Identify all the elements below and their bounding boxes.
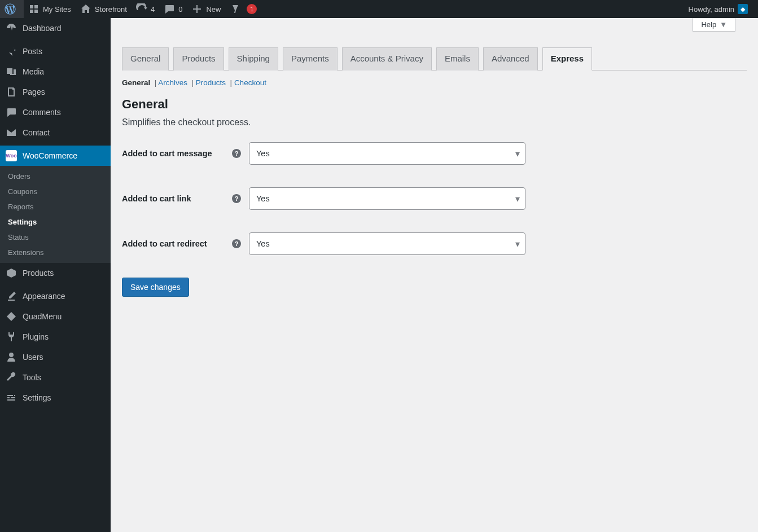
menu-woocommerce-label: WooCommerce — [23, 151, 77, 160]
menu-media-label: Media — [23, 67, 44, 76]
help-icon[interactable]: ? — [232, 149, 241, 158]
updates-count: 4 — [151, 5, 155, 14]
pushpin-icon — [6, 46, 17, 57]
field-label: Added to cart redirect — [122, 239, 207, 248]
menu-posts[interactable]: Posts — [0, 41, 111, 61]
help-icon[interactable]: ? — [232, 194, 241, 203]
help-toggle[interactable]: Help ▼ — [693, 18, 735, 32]
new-content-link[interactable]: New — [187, 0, 225, 18]
menu-dashboard-label: Dashboard — [23, 24, 62, 33]
comment-icon — [164, 3, 175, 15]
woocommerce-icon: Woo — [6, 150, 17, 161]
main-content: Help ▼ General Products Shipping Payment… — [111, 18, 758, 308]
comments-count: 0 — [178, 5, 182, 14]
account-link[interactable]: Howdy, admin ◆ — [684, 0, 752, 18]
added-link-select[interactable]: Yes — [249, 187, 525, 210]
avatar-icon: ◆ — [738, 4, 748, 14]
tab-emails[interactable]: Emails — [436, 47, 479, 71]
menu-appearance[interactable]: Appearance — [0, 286, 111, 306]
submenu-woocommerce: Orders Coupons Reports Settings Status E… — [0, 166, 111, 263]
menu-quadmenu[interactable]: QuadMenu — [0, 306, 111, 308]
subnav-general[interactable]: General — [122, 78, 150, 87]
new-label: New — [206, 5, 221, 14]
submenu-orders[interactable]: Orders — [0, 169, 111, 184]
tab-shipping[interactable]: Shipping — [229, 47, 278, 71]
menu-woocommerce[interactable]: Woo WooCommerce — [0, 146, 111, 166]
howdy-label: Howdy, admin — [689, 5, 734, 14]
media-icon — [6, 66, 17, 77]
pages-icon — [6, 86, 17, 98]
home-icon — [80, 3, 91, 15]
submenu-extensions[interactable]: Extensions — [0, 245, 111, 260]
updates-link[interactable]: 4 — [132, 0, 159, 18]
menu-dashboard[interactable]: Dashboard — [0, 18, 111, 38]
submenu-coupons[interactable]: Coupons — [0, 184, 111, 199]
comments-link[interactable]: 0 — [159, 0, 187, 18]
tab-accounts-privacy[interactable]: Accounts & Privacy — [342, 47, 432, 71]
box-icon — [6, 267, 17, 279]
wp-logo[interactable] — [0, 0, 24, 18]
submenu-reports[interactable]: Reports — [0, 199, 111, 214]
brush-icon — [6, 291, 17, 302]
added-message-select[interactable]: Yes — [249, 142, 525, 165]
my-sites-label: My Sites — [43, 5, 71, 14]
subnav-products[interactable]: Products — [196, 78, 226, 87]
chevron-down-icon: ▼ — [720, 20, 727, 29]
menu-posts-label: Posts — [23, 47, 42, 56]
help-icon[interactable]: ? — [232, 239, 241, 248]
network-icon — [28, 3, 40, 15]
tab-payments[interactable]: Payments — [283, 47, 338, 71]
tab-general[interactable]: General — [122, 47, 169, 71]
site-name-label: Storefront — [95, 5, 127, 14]
save-button[interactable]: Save changes — [122, 278, 189, 297]
my-sites-link[interactable]: My Sites — [24, 0, 76, 18]
field-label: Added to cart message — [122, 149, 212, 158]
menu-pages[interactable]: Pages — [0, 82, 111, 102]
settings-tabs: General Products Shipping Payments Accou… — [122, 41, 747, 71]
menu-products-label: Products — [23, 269, 54, 278]
help-label: Help — [701, 20, 716, 29]
yoast-link[interactable]: 1 — [225, 0, 261, 18]
submenu-settings[interactable]: Settings — [0, 214, 111, 230]
dashboard-icon — [6, 23, 17, 34]
menu-pages-label: Pages — [23, 87, 45, 96]
menu-media[interactable]: Media — [0, 61, 111, 82]
menu-appearance-label: Appearance — [23, 292, 65, 301]
mail-icon — [6, 127, 17, 138]
section-title: General — [122, 97, 747, 112]
yoast-badge: 1 — [247, 4, 257, 14]
tab-express[interactable]: Express — [542, 47, 592, 71]
admin-bar: My Sites Storefront 4 0 New 1 Howdy, adm… — [0, 0, 758, 18]
menu-products[interactable]: Products — [0, 263, 111, 283]
field-added-to-cart-redirect: Added to cart redirect ? Yes ▾ — [122, 232, 747, 255]
menu-comments-label: Comments — [23, 108, 61, 117]
subnav-checkout[interactable]: Checkout — [234, 78, 266, 87]
menu-contact[interactable]: Contact — [0, 122, 111, 143]
plus-icon — [191, 3, 203, 15]
added-redirect-select[interactable]: Yes — [249, 232, 525, 255]
yoast-icon — [230, 3, 241, 15]
menu-contact-label: Contact — [23, 128, 50, 137]
tab-products[interactable]: Products — [173, 47, 224, 71]
submenu-status[interactable]: Status — [0, 230, 111, 245]
site-link[interactable]: Storefront — [76, 0, 132, 18]
subnav-archives[interactable]: Archives — [158, 78, 187, 87]
wordpress-icon — [5, 3, 16, 15]
tab-advanced[interactable]: Advanced — [483, 47, 538, 71]
comments-icon — [6, 107, 17, 118]
section-subnav: General | Archives | Products | Checkout — [122, 78, 747, 87]
field-added-to-cart-link: Added to cart link ? Yes ▾ — [122, 187, 747, 210]
admin-sidebar: Dashboard Posts Media Pages Comments Con… — [0, 18, 111, 308]
field-added-to-cart-message: Added to cart message ? Yes ▾ — [122, 142, 747, 165]
section-description: Simplifies the checkout process. — [122, 117, 747, 127]
menu-comments[interactable]: Comments — [0, 102, 111, 122]
refresh-icon — [136, 3, 147, 15]
field-label: Added to cart link — [122, 194, 191, 203]
